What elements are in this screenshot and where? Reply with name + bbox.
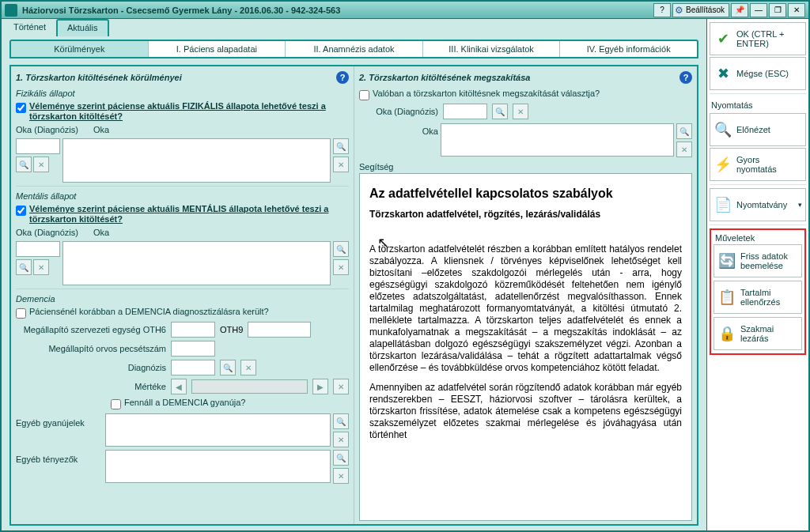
lock-icon: 🔒 — [717, 324, 736, 343]
ment-oka-textarea[interactable] — [62, 241, 331, 285]
search-icon[interactable]: 🔍 — [333, 413, 349, 429]
dementia-suspicion-text: Fennáll a DEMENCIA gyanúja? — [124, 398, 245, 407]
dem-org-input[interactable] — [171, 322, 215, 338]
lightning-icon: ⚡ — [713, 155, 732, 174]
clear-icon[interactable]: ✕ — [33, 157, 49, 172]
dementia-suspicion-checkbox[interactable] — [111, 399, 121, 409]
oka-diag-label2: Oka (Diagnózis) — [359, 107, 438, 116]
pin-button[interactable]: 📌 — [731, 3, 748, 17]
dem-org-label: Megállapító szervezeti egység OTH6 — [16, 325, 166, 334]
clear-icon[interactable]: ✕ — [33, 259, 49, 275]
help-h2: Törzskarton adatfelvétel, rögzítés, lezá… — [369, 209, 682, 220]
abort-check-text: Valóban a törzskarton kitöltésnek megsza… — [373, 89, 600, 98]
clear-icon[interactable]: ✕ — [513, 104, 528, 119]
tab-patient-data[interactable]: I. Páciens alapadatai — [149, 41, 286, 57]
measure-slider[interactable] — [191, 379, 308, 394]
app-icon — [5, 4, 17, 17]
form-button[interactable]: 📄 Nyomtatvány ▾ — [710, 188, 806, 221]
restore-button[interactable]: ❐ — [769, 3, 786, 17]
right-panel: ✔ OK (CTRL + ENTER) ✖ Mégse (ESC) Nyomta… — [707, 19, 808, 530]
dementia-check-text: Páciensénél korábban a DEMENCIA diagnosz… — [29, 307, 269, 316]
refresh-button[interactable]: 🔄 Friss adatok beemelése — [713, 244, 802, 277]
dementia-checkbox[interactable] — [16, 308, 26, 319]
other-fact-label: Egyéb tényezők — [16, 450, 103, 464]
clear-icon[interactable]: ✕ — [240, 360, 256, 375]
top-tabs: Történet Aktuális — [2, 19, 706, 36]
mental-check-text: Véleménye szerint páciense aktuális MENT… — [29, 204, 349, 224]
search-icon[interactable]: 🔍 — [492, 104, 508, 119]
dem-stamp-input[interactable] — [171, 341, 215, 357]
refresh-icon: 🔄 — [717, 251, 736, 270]
tab-anamnesis[interactable]: II. Anamnézis adatok — [286, 41, 423, 57]
chevron-down-icon: ▾ — [798, 201, 802, 209]
checklist-icon: 📋 — [717, 288, 736, 307]
clear-icon[interactable]: ✕ — [333, 379, 349, 394]
tab-history[interactable]: Történet — [3, 19, 56, 36]
check-icon: ✔ — [713, 29, 732, 48]
print-header: Nyomtatás — [711, 100, 806, 110]
other-susp-textarea[interactable] — [105, 413, 331, 447]
phys-oka-textarea[interactable] — [62, 138, 331, 183]
help-icon[interactable]: ? — [336, 71, 349, 84]
arrow-left-icon[interactable]: ◀ — [171, 379, 187, 394]
search-icon[interactable]: 🔍 — [333, 138, 349, 154]
section1-heading: 1. Törzskarton kitöltésének körülményei — [16, 73, 182, 82]
oka-label: Oka — [93, 125, 109, 134]
close-icon: ✖ — [713, 64, 732, 83]
physical-checkbox[interactable] — [16, 103, 26, 113]
cursor-arrow-icon: ↖ — [377, 235, 389, 251]
search-icon[interactable]: 🔍 — [16, 157, 32, 172]
help-button[interactable]: ? — [653, 3, 671, 17]
dem-org9-label: OTH9 — [220, 325, 243, 334]
clear-icon[interactable]: ✕ — [333, 157, 349, 172]
physical-check-text: Véleménye szerint páciense aktuális FIZI… — [29, 101, 349, 122]
oka-diag-label: Oka (Diagnózis) — [16, 228, 89, 237]
magnifier-icon: 🔍 — [713, 120, 732, 139]
search-icon[interactable]: 🔍 — [676, 123, 692, 139]
content-check-button[interactable]: 📋 Tartalmi ellenőrzés — [713, 281, 802, 314]
oka-label2: Oka — [359, 123, 438, 136]
abort-oka-textarea[interactable] — [441, 123, 674, 157]
clear-icon[interactable]: ✕ — [676, 141, 692, 157]
preview-button[interactable]: 🔍 Előnézet — [710, 113, 806, 146]
other-susp-label: Egyéb gyanújelek — [16, 413, 103, 428]
search-icon[interactable]: 🔍 — [333, 450, 349, 466]
mental-state-label: Mentális állapot — [16, 191, 349, 201]
tab-other-info[interactable]: IV. Egyéb információk — [560, 41, 697, 57]
dementia-label: Demencia — [16, 294, 349, 304]
phys-diag-input[interactable] — [16, 138, 60, 154]
tab-clinical[interactable]: III. Klinikai vizsgálatok — [423, 41, 561, 57]
help-content[interactable]: Az adatfelvétellel kapcsolatos szabályok… — [359, 173, 692, 521]
mental-checkbox[interactable] — [16, 206, 26, 216]
arrow-right-icon[interactable]: ▶ — [312, 379, 328, 394]
window-title: Háziorvosi Törzskarton - Csecsemő Gyerme… — [22, 6, 653, 15]
quick-print-button[interactable]: ⚡ Gyors nyomtatás — [710, 148, 806, 181]
ok-button[interactable]: ✔ OK (CTRL + ENTER) — [710, 22, 806, 55]
search-icon[interactable]: 🔍 — [333, 241, 349, 257]
tab-circumstances[interactable]: Körülmények — [11, 41, 149, 57]
clear-icon[interactable]: ✕ — [333, 468, 349, 484]
help-p2: Amennyiben az adatfelvétel során rögzíte… — [369, 382, 682, 441]
abort-checkbox[interactable] — [359, 90, 369, 100]
dem-org9-input[interactable] — [248, 322, 311, 338]
search-icon[interactable]: 🔍 — [16, 259, 32, 275]
professional-close-button[interactable]: 🔒 Szakmai lezárás — [713, 317, 802, 350]
minimize-button[interactable]: — — [750, 3, 767, 17]
ment-diag-input[interactable] — [16, 241, 60, 257]
dem-diag-input[interactable] — [171, 360, 215, 375]
physical-state-label: Fizikális állapot — [16, 89, 349, 98]
help-icon[interactable]: ? — [679, 71, 692, 84]
dem-diag-label: Diagnózis — [16, 363, 166, 372]
help-p1: A törzskarton adatfelvételét részben a k… — [369, 243, 682, 374]
oka-label: Oka — [93, 228, 109, 237]
other-fact-textarea[interactable] — [105, 450, 331, 483]
clear-icon[interactable]: ✕ — [333, 259, 349, 275]
search-icon[interactable]: 🔍 — [220, 360, 236, 375]
abort-diag-input[interactable] — [443, 104, 487, 119]
settings-button[interactable]: Beállítások — [672, 3, 729, 17]
cancel-button[interactable]: ✖ Mégse (ESC) — [710, 57, 806, 90]
section2-heading: 2. Törzskarton kitöltésének megszakítása — [359, 73, 530, 82]
tab-current[interactable]: Aktuális — [56, 19, 109, 36]
close-button[interactable]: ✕ — [788, 3, 805, 17]
clear-icon[interactable]: ✕ — [333, 432, 349, 447]
